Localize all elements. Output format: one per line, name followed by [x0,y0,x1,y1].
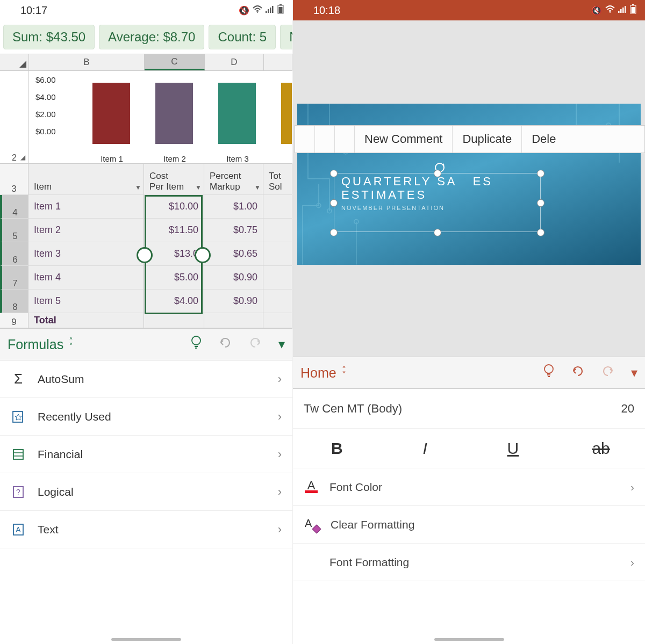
strikethrough-button[interactable]: ab [557,429,645,468]
header-total[interactable]: Tot Sol [263,164,292,195]
menu-logical[interactable]: ? Logical› [0,473,292,511]
svg-rect-18 [622,8,624,13]
selection-handle[interactable] [537,229,544,236]
cell-markup[interactable]: $0.75 [204,219,263,242]
ribbon-tab-formulas[interactable]: Formulas ˄˅ [8,337,73,352]
context-menu: New Comment Duplicate Dele [295,125,645,153]
copy-button[interactable] [315,126,335,153]
row-header-7[interactable]: 7 [0,266,28,290]
slide-canvas[interactable]: QUARTERLY SA ES ESTIMATES NOVEMBER PRESE… [293,20,645,357]
svg-point-0 [257,11,258,12]
slide-subtitle: NOVEMBER PRESENTATION [341,205,445,211]
cell-cost[interactable]: $5.00 [144,266,204,290]
cell-item[interactable]: Item 5 [28,290,144,313]
dropdown-icon[interactable]: ▾ [278,337,285,352]
column-header-e[interactable] [264,54,292,70]
count-pill[interactable]: Count: 5 [209,25,276,49]
cell-item[interactable]: Item 3 [28,242,144,266]
bar-item1 [92,83,130,144]
row-header-5[interactable]: 5 [0,219,28,242]
cell-item[interactable]: Item 4 [28,266,144,290]
chevron-right-icon: › [630,556,634,569]
ytick: $4.00 [35,92,56,102]
select-all-corner[interactable]: ◢ [0,54,29,70]
dropdown-icon[interactable]: ▾ [631,365,637,380]
filter-icon[interactable]: ▼ [135,184,141,191]
chevron-right-icon: › [278,523,282,537]
selection-handle[interactable] [330,199,338,207]
numerical-pill-partial[interactable]: Num [280,25,292,49]
menu-recently-used[interactable]: Recently Used› [0,398,292,436]
filter-icon[interactable]: ▼ [195,184,202,191]
menu-financial[interactable]: Financial› [0,436,292,473]
italic-button[interactable]: I [381,429,469,468]
selection-handle[interactable] [434,229,441,236]
delete-button[interactable]: Dele [522,126,565,153]
cell-markup[interactable]: $0.65 [204,242,263,266]
row-header-9[interactable]: 9 [0,313,28,328]
filter-icon[interactable]: ▼ [254,184,261,191]
lightbulb-icon[interactable] [543,364,555,382]
selection-handle[interactable] [195,247,211,263]
font-color-item[interactable]: A Font Color › [293,468,645,506]
svg-rect-3 [270,8,271,13]
selection-handle[interactable] [537,170,544,177]
header-markup[interactable]: Percent Markup▼ [204,164,263,195]
sum-pill[interactable]: Sum: $43.50 [3,25,95,49]
svg-rect-17 [620,9,622,13]
slide-title-line1: QUARTERLY SA ES [341,175,493,189]
svg-point-35 [544,365,553,373]
header-item[interactable]: Item▼ [28,164,144,195]
lightbulb-icon[interactable] [190,335,202,353]
total-row[interactable]: Total [28,313,144,328]
paste-button[interactable] [335,126,355,153]
selection-handle[interactable] [434,170,441,177]
cell-cost[interactable]: $4.00 [144,290,204,313]
font-name[interactable]: Tw Cen MT (Body) [304,402,402,416]
column-header-d[interactable]: D [205,54,264,70]
svg-rect-16 [618,11,620,13]
cell-item[interactable]: Item 1 [28,195,144,219]
cell-cost[interactable]: $11.50 [144,219,204,242]
new-comment-button[interactable]: New Comment [355,126,453,153]
slide-title-line2: ESTIMATES [341,188,427,202]
column-header-b[interactable]: B [29,54,145,70]
header-cost[interactable]: Cost Per Item▼ [144,164,204,195]
duplicate-button[interactable]: Duplicate [453,126,522,153]
clear-formatting-item[interactable]: A Clear Formatting [293,506,645,544]
ribbon-tab-home[interactable]: Home ˄˅ [300,365,346,381]
selection-handle[interactable] [330,170,338,177]
selection-handle[interactable] [537,199,544,207]
svg-rect-22 [632,7,635,13]
status-time: 10:17 [20,4,47,17]
average-pill[interactable]: Average: $8.70 [99,25,204,49]
undo-icon[interactable] [218,336,232,352]
underline-button[interactable]: U [469,429,557,468]
cell-markup[interactable]: $1.00 [204,195,263,219]
selection-handle[interactable] [330,229,338,236]
cut-button[interactable] [295,126,315,153]
chevron-right-icon: › [278,447,282,461]
row-header-6[interactable]: 6 [0,242,28,266]
bold-button[interactable]: B [293,429,381,468]
redo-icon[interactable] [248,336,262,352]
row-header-8[interactable]: 8 [0,290,28,313]
menu-text[interactable]: A Text› [0,511,292,548]
cell-markup[interactable]: $0.90 [204,266,263,290]
menu-autosum[interactable]: Σ AutoSum› [0,360,292,398]
redo-icon[interactable] [601,365,615,381]
status-icons: 🔇 [591,4,636,16]
expand-tab-icon[interactable]: ◢ [20,154,29,162]
column-header-c[interactable]: C [145,54,205,70]
font-formatting-item[interactable]: Font Formatting › [293,544,645,581]
font-size[interactable]: 20 [621,402,634,416]
selection-handle[interactable] [137,247,153,263]
undo-icon[interactable] [571,365,585,381]
row-header-3[interactable]: 3 [0,164,28,195]
cell-cost[interactable]: $10.00 [144,195,204,219]
cell-item[interactable]: Item 2 [28,219,144,242]
ytick: $6.00 [35,75,56,84]
cell-markup[interactable]: $0.90 [204,290,263,313]
embedded-chart[interactable]: 2 $6.00 $4.00 $2.00 $0.00 Item 1 Item 2 … [0,71,292,163]
row-header-4[interactable]: 4 [0,195,28,219]
